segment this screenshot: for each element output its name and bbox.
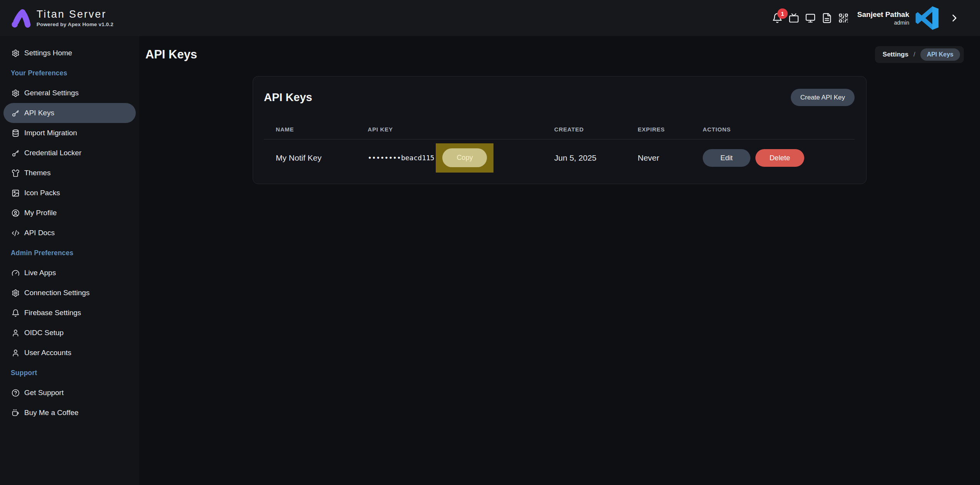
gauge-icon (12, 269, 20, 277)
sidebar-item-label: Live Apps (24, 269, 56, 277)
sidebar-item-label: General Settings (24, 89, 79, 97)
sidebar-item-api-docs[interactable]: API Docs (3, 223, 136, 243)
app-title: Titan Server (37, 9, 113, 20)
user-info: Sanjeet Pathak admin (857, 10, 909, 26)
copy-button-highlight: Copy (436, 143, 493, 173)
delete-api-key-button[interactable]: Delete (755, 149, 804, 167)
sidebar-item-label: Themes (24, 169, 51, 177)
create-api-key-button[interactable]: Create API Key (791, 89, 855, 106)
key-icon (12, 149, 20, 157)
file-text-icon (822, 13, 832, 23)
api-key-name: My Notif Key (264, 153, 368, 163)
table-row: My Notif Key ••••••••beacd115 Copy Jun 5… (264, 140, 855, 176)
notification-badge: 1 (777, 8, 788, 19)
sidebar-item-my-profile[interactable]: My Profile (3, 203, 136, 223)
sidebar-item-connection-settings[interactable]: Connection Settings (3, 283, 136, 303)
sidebar-item-oidc-setup[interactable]: OIDC Setup (3, 323, 136, 343)
sidebar-item-get-support[interactable]: Get Support (3, 383, 136, 403)
sidebar-item-label: Firebase Settings (24, 309, 81, 317)
tv-icon (788, 13, 799, 23)
notifications-button[interactable]: 1 (772, 13, 783, 23)
breadcrumb-current-page: API Keys (920, 48, 960, 61)
main-content: API Keys Settings / API Keys API Keys Cr… (139, 36, 980, 485)
sidebar-item-label: API Keys (24, 109, 54, 117)
database-icon (12, 129, 20, 137)
api-key-expires: Never (638, 153, 703, 163)
qr-code-button[interactable] (838, 13, 849, 23)
sidebar-section-your-preferences: Your Preferences (3, 63, 136, 83)
coffee-icon (12, 409, 20, 417)
sidebar-item-icon-packs[interactable]: Icon Packs (3, 183, 136, 203)
bell-icon (12, 309, 20, 317)
user-icon (12, 329, 20, 337)
sidebar-item-label: Settings Home (24, 49, 72, 57)
sidebar-item-label: API Docs (24, 229, 55, 237)
sidebar-item-label: Buy Me a Coffee (24, 409, 78, 417)
sidebar-item-label: My Profile (24, 209, 57, 217)
sidebar-item-credential-locker[interactable]: Credential Locker (3, 143, 136, 163)
user-role: admin (857, 20, 909, 26)
user-icon (12, 349, 20, 357)
column-header-created: CREATED (554, 126, 638, 133)
sidebar-item-themes[interactable]: Themes (3, 163, 136, 183)
help-icon (12, 389, 20, 397)
column-header-expires: EXPIRES (638, 126, 703, 133)
qr-code-icon (838, 13, 849, 23)
page-title: API Keys (145, 48, 197, 61)
column-header-actions: ACTIONS (703, 126, 855, 133)
sidebar-item-label: Get Support (24, 389, 63, 397)
sidebar-item-label: OIDC Setup (24, 329, 63, 337)
card-title: API Keys (264, 91, 312, 104)
breadcrumb: Settings / API Keys (875, 46, 964, 63)
avatar[interactable] (915, 6, 939, 30)
sidebar-item-api-keys[interactable]: API Keys (3, 103, 136, 123)
copy-api-key-button[interactable]: Copy (442, 148, 487, 167)
sidebar-item-live-apps[interactable]: Live Apps (3, 263, 136, 283)
api-keys-card: API Keys Create API Key NAME API KEY CRE… (253, 76, 867, 184)
sidebar-item-label: Connection Settings (24, 289, 90, 297)
edit-api-key-button[interactable]: Edit (703, 149, 750, 167)
user-name: Sanjeet Pathak (857, 10, 909, 19)
api-key-created-date: Jun 5, 2025 (554, 153, 638, 163)
tv-button[interactable] (788, 13, 799, 23)
sidebar-item-label: Credential Locker (24, 149, 82, 157)
api-key-masked-value: ••••••••beacd115 (368, 154, 434, 162)
breadcrumb-settings-link[interactable]: Settings (883, 51, 908, 58)
sidebar-item-buy-me-a-coffee[interactable]: Buy Me a Coffee (3, 403, 136, 423)
logs-button[interactable] (822, 13, 832, 23)
app-header: Titan Server Powered by Apex Home v1.0.2… (0, 0, 980, 36)
sidebar-item-general-settings[interactable]: General Settings (3, 83, 136, 103)
monitor-button[interactable] (805, 13, 816, 23)
column-header-api-key: API KEY (368, 126, 554, 133)
sidebar-item-settings-home[interactable]: Settings Home (3, 43, 136, 63)
monitor-icon (805, 13, 816, 23)
sidebar-section-support: Support (3, 363, 136, 383)
sidebar-item-import-migration[interactable]: Import Migration (3, 123, 136, 143)
shirt-icon (12, 169, 20, 177)
sidebar-item-user-accounts[interactable]: User Accounts (3, 343, 136, 363)
image-icon (12, 189, 20, 197)
sidebar-item-firebase-settings[interactable]: Firebase Settings (3, 303, 136, 323)
gear-icon (12, 89, 20, 97)
user-circle-icon (12, 209, 20, 217)
key-icon (12, 109, 20, 117)
gear-icon (12, 49, 20, 57)
brand: Titan Server Powered by Apex Home v1.0.2 (0, 7, 113, 29)
sidebar-section-admin-preferences: Admin Preferences (3, 243, 136, 263)
code-icon (12, 229, 20, 237)
sidebar-item-label: User Accounts (24, 349, 72, 357)
collapse-panel-chevron-right-icon[interactable] (949, 13, 959, 23)
sidebar: Settings Home Your Preferences General S… (0, 36, 139, 485)
apex-home-logo-icon (10, 7, 32, 29)
sidebar-item-label: Import Migration (24, 129, 77, 137)
column-header-name: NAME (264, 126, 368, 133)
breadcrumb-separator: / (913, 51, 915, 58)
gear-icon (12, 289, 20, 297)
header-right: 1 Sanjeet Pathak admin (772, 0, 980, 36)
sidebar-item-label: Icon Packs (24, 189, 60, 197)
app-subtitle: Powered by Apex Home v1.0.2 (37, 22, 113, 27)
table-header-row: NAME API KEY CREATED EXPIRES ACTIONS (264, 126, 855, 140)
